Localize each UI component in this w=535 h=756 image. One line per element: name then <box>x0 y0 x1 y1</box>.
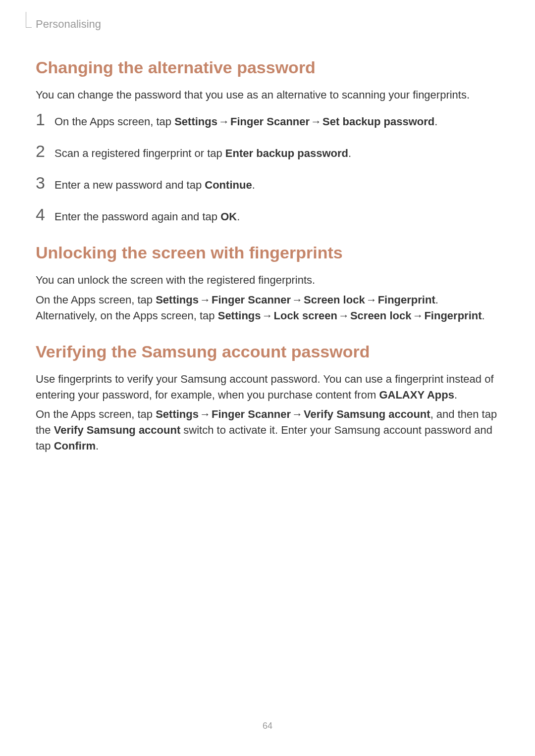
step-number: 2 <box>36 143 54 159</box>
page-number: 64 <box>0 721 535 731</box>
header-marker <box>26 12 32 28</box>
step-text: Enter a new password and tap Continue. <box>54 175 255 193</box>
chapter-title: Personalising <box>36 18 101 31</box>
step-list: 1 On the Apps screen, tap Settings→Finge… <box>36 111 499 225</box>
step-text: Enter the password again and tap OK. <box>54 207 240 225</box>
section-intro: You can unlock the screen with the regis… <box>36 272 499 288</box>
step-text: On the Apps screen, tap Settings→Finger … <box>54 112 437 130</box>
step-number: 3 <box>36 174 54 191</box>
page-content: Changing the alternative password You ca… <box>36 50 499 471</box>
section-heading: Verifying the Samsung account password <box>36 341 499 362</box>
step-number: 4 <box>36 206 54 223</box>
section-body: On the Apps screen, tap Settings→Finger … <box>36 292 499 324</box>
step-item: 2 Scan a registered fingerprint or tap E… <box>36 143 499 161</box>
section-intro: You can change the password that you use… <box>36 87 499 103</box>
section-verifying-samsung: Verifying the Samsung account password U… <box>36 341 499 454</box>
section-unlocking-fingerprints: Unlocking the screen with fingerprints Y… <box>36 242 499 324</box>
step-text: Scan a registered fingerprint or tap Ent… <box>54 144 351 161</box>
step-item: 4 Enter the password again and tap OK. <box>36 206 499 225</box>
step-number: 1 <box>36 111 54 128</box>
section-heading: Unlocking the screen with fingerprints <box>36 242 499 263</box>
section-heading: Changing the alternative password <box>36 56 499 78</box>
section-body: Use fingerprints to verify your Samsung … <box>36 371 499 403</box>
step-item: 3 Enter a new password and tap Continue. <box>36 174 499 193</box>
step-item: 1 On the Apps screen, tap Settings→Finge… <box>36 111 499 130</box>
section-body: On the Apps screen, tap Settings→Finger … <box>36 406 499 454</box>
section-changing-password: Changing the alternative password You ca… <box>36 56 499 225</box>
